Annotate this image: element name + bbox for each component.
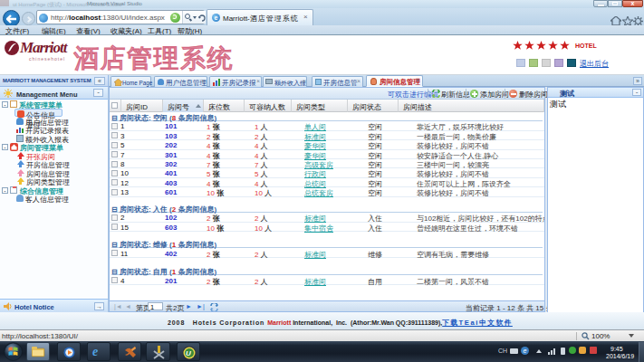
svg-text:U: U	[186, 349, 191, 357]
